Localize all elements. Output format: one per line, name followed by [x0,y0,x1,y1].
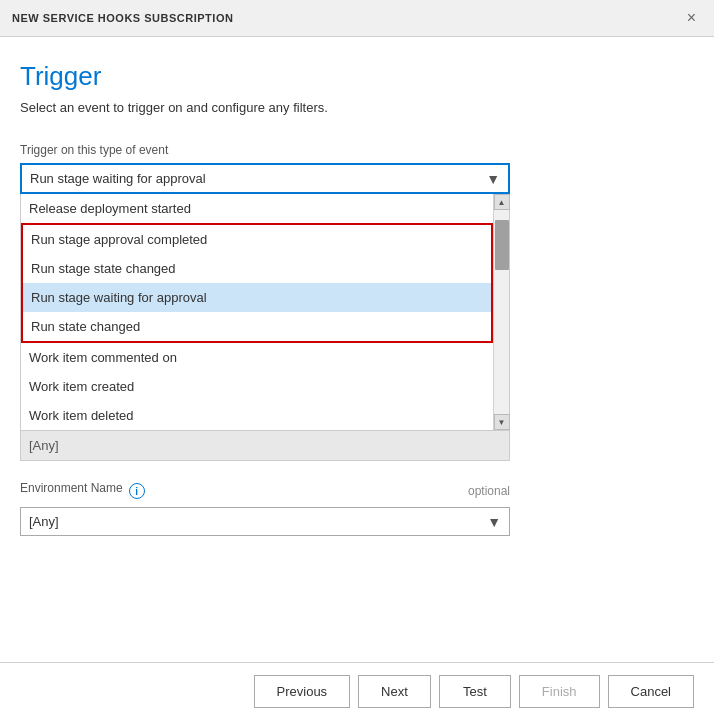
environment-name-label-row: Environment Name i optional [20,481,510,501]
scroll-thumb[interactable] [495,220,509,270]
form-section: Trigger on this type of event Run stage … [20,143,694,646]
main-content: Trigger Select an event to trigger on an… [0,37,714,662]
list-item[interactable]: Work item created [21,372,493,401]
list-item[interactable]: Work item deleted [21,401,493,430]
dialog-footer: Previous Next Test Finish Cancel [0,662,714,720]
previous-button[interactable]: Previous [254,675,351,708]
cancel-button[interactable]: Cancel [608,675,694,708]
trigger-selected-text: Run stage waiting for approval [30,171,206,186]
list-item-selected[interactable]: Run stage waiting for approval [23,283,491,312]
info-icon[interactable]: i [129,483,145,499]
dropdown-list-items: Release deployment started Run stage app… [21,194,493,430]
list-item[interactable]: Run stage state changed [23,254,491,283]
page-subtitle: Select an event to trigger on and config… [20,100,694,115]
highlighted-group: Run stage approval completed Run stage s… [21,223,493,343]
next-button[interactable]: Next [358,675,431,708]
trigger-dropdown-selected[interactable]: Run stage waiting for approval ▼ [20,163,510,194]
any-filter-text: [Any] [29,438,59,453]
environment-name-value: [Any] [29,514,59,529]
env-dropdown-chevron-icon: ▼ [487,514,501,530]
any-filter-area: [Any] [20,431,510,461]
list-item[interactable]: Release deployment started [21,194,493,223]
environment-name-label: Environment Name [20,481,123,495]
optional-label: optional [468,484,510,498]
finish-button[interactable]: Finish [519,675,600,708]
environment-name-dropdown[interactable]: [Any] ▼ [20,507,510,536]
dropdown-chevron-icon: ▼ [486,171,500,187]
dialog-title: NEW SERVICE HOOKS SUBSCRIPTION [12,12,233,24]
trigger-dropdown-wrapper: Run stage waiting for approval ▼ [20,163,510,194]
environment-name-section: Environment Name i optional [Any] ▼ [20,481,694,536]
environment-name-label-left: Environment Name i [20,481,145,501]
title-bar: NEW SERVICE HOOKS SUBSCRIPTION × [0,0,714,37]
list-item[interactable]: Work item commented on [21,343,493,372]
list-item[interactable]: Run state changed [23,312,491,341]
trigger-dropdown-open: Release deployment started Run stage app… [20,194,510,431]
list-item[interactable]: Run stage approval completed [23,225,491,254]
scroll-down-button[interactable]: ▼ [494,414,510,430]
scroll-thumb-area [494,210,509,414]
page-title: Trigger [20,61,694,92]
close-button[interactable]: × [681,8,702,28]
trigger-field-label: Trigger on this type of event [20,143,694,157]
scrollbar-track: ▲ ▼ [493,194,509,430]
scroll-up-button[interactable]: ▲ [494,194,510,210]
dropdown-list-container: Release deployment started Run stage app… [20,194,510,431]
test-button[interactable]: Test [439,675,511,708]
